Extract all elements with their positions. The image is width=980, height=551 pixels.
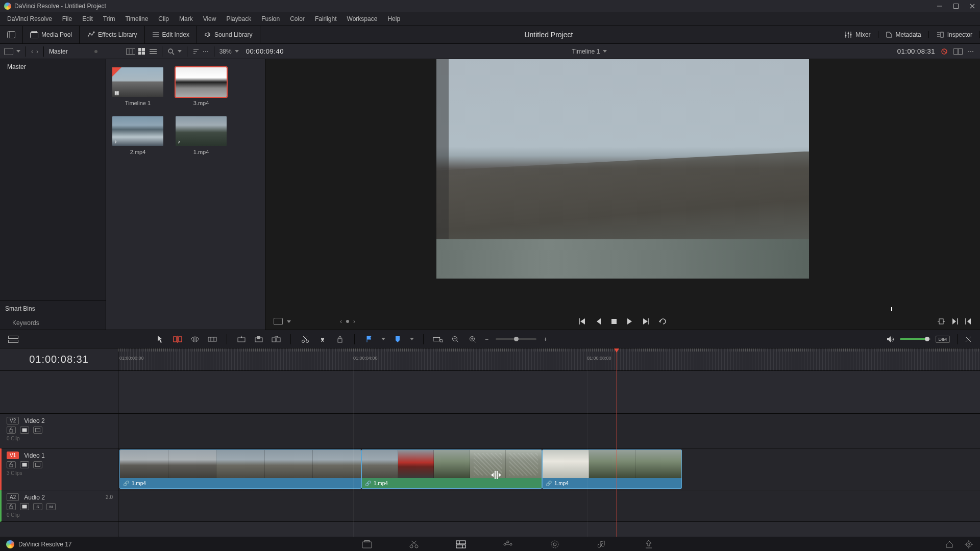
timeline-clip[interactable]: 🔗1.mp4 [119,449,361,489]
timeline-dropdown[interactable] [603,50,607,53]
mixer-button[interactable]: Mixer [844,31,870,38]
track-enable-v2[interactable] [20,427,29,434]
filmstrip-view[interactable] [126,48,135,55]
home-icon[interactable] [944,539,954,549]
blade-tool[interactable] [207,334,217,344]
menu-timeline[interactable]: Timeline [120,13,153,24]
menu-color[interactable]: Color [285,13,310,24]
menu-fusion[interactable]: Fusion [256,13,285,24]
media-item[interactable]: ▦Timeline 1 [112,67,163,106]
effects-library-button[interactable]: Effects Library [87,31,137,38]
media-item[interactable]: ♪2.mp4 [112,116,163,155]
marker-tool[interactable] [393,334,403,344]
timeline-clip[interactable]: 🔗1.mp4 [361,449,542,489]
track-head-v1[interactable]: V1 Video 1 3 Clips [0,448,118,490]
loop-button[interactable] [659,318,667,325]
more-icon[interactable]: ⋯ [203,48,209,55]
maximize-button[interactable] [952,3,960,10]
menu-workspace[interactable]: Workspace [342,13,383,24]
viewer-image[interactable] [436,59,809,279]
step-back[interactable] [596,318,602,325]
track-head-a2[interactable]: A2 Audio 2 2.0 S M 0 Clip [0,490,118,522]
zoom-percent[interactable]: 38% [219,48,232,55]
bypass-icon[interactable] [940,48,948,55]
media-pool-button[interactable]: Media Pool [30,31,72,38]
menu-help[interactable]: Help [382,13,405,24]
smart-bin-keywords[interactable]: Keywords [0,316,106,330]
play-button[interactable] [626,318,632,325]
menu-playback[interactable]: Playback [221,13,256,24]
fusion-page[interactable] [503,539,513,549]
chevron-down-icon[interactable] [16,50,20,53]
timeline-name[interactable]: Timeline 1 [572,48,600,55]
fairlight-page[interactable] [597,539,607,549]
media-item[interactable]: ♪1.mp4 [176,116,227,155]
prev-edit[interactable]: ‹ [340,318,342,325]
sort-icon[interactable] [192,48,200,55]
metadata-button[interactable]: Metadata [886,31,921,38]
dual-view-icon[interactable] [953,48,963,55]
expand-icon[interactable] [7,31,15,38]
record-timecode[interactable]: 01:00:08:31 [897,47,935,55]
track-enable-v1[interactable] [20,461,29,468]
mute-icon[interactable] [965,336,972,343]
media-page[interactable] [362,539,372,549]
go-to-start[interactable] [578,318,586,325]
volume-slider[interactable] [900,338,930,340]
timeline-timecode[interactable]: 01:00:08:31 [29,354,89,365]
go-to-end[interactable] [642,318,650,325]
volume-icon[interactable] [887,336,895,343]
zoom-in[interactable]: + [544,336,547,343]
viewer-mode-icon[interactable] [274,318,283,325]
search-icon[interactable] [167,48,175,55]
list-view[interactable] [150,49,157,54]
track-arm-a2[interactable] [20,503,29,510]
viewer-scrubber[interactable] [270,305,976,313]
sound-library-button[interactable]: Sound Library [204,31,253,38]
track-mute-a2[interactable]: M [46,503,56,510]
track-id-v1[interactable]: V1 [7,452,19,459]
nav-back[interactable]: ‹ [31,48,33,55]
color-page[interactable] [550,539,560,549]
lane-v1[interactable]: 🔗1.mp4🔗1.mp4🔗1.mp4 [118,448,980,490]
search-dropdown[interactable] [178,50,182,53]
zoom-in-search[interactable] [468,334,478,344]
bin-view-icon[interactable] [4,48,13,55]
insert-clip[interactable] [236,334,247,344]
deliver-page[interactable] [644,539,654,549]
track-head-v2[interactable]: V2 Video 2 0 Clip [0,414,118,448]
overwrite-clip[interactable] [254,334,264,344]
inspector-button[interactable]: Inspector [936,31,972,38]
menu-edit[interactable]: Edit [77,13,98,24]
viewer-mode-dropdown[interactable] [287,320,291,323]
replace-clip[interactable] [271,334,281,344]
timeline-view-options[interactable] [8,334,18,344]
zoom-dropdown[interactable] [235,50,239,53]
link-toggle[interactable] [317,334,328,344]
selection-tool[interactable] [155,334,165,344]
position-lock[interactable] [433,334,443,344]
track-lock-a2[interactable] [7,503,16,510]
lane-a2[interactable] [118,490,980,522]
edit-page[interactable] [456,539,466,549]
nav-fwd[interactable]: › [36,48,38,55]
track-id-a2[interactable]: A2 [7,493,19,501]
track-lock-v2[interactable] [7,427,16,434]
lock-toggle[interactable] [335,334,345,344]
trim-tool[interactable] [173,334,183,344]
cut-page[interactable] [409,539,419,549]
menu-mark[interactable]: Mark [174,13,198,24]
smart-bins-header[interactable]: Smart Bins [0,301,106,316]
menu-trim[interactable]: Trim [98,13,120,24]
flag-tool[interactable] [364,334,374,344]
lane-v2[interactable] [118,414,980,448]
track-solo-a2[interactable]: S [33,503,42,510]
dim-button[interactable]: DIM [936,336,950,343]
playhead[interactable] [617,348,617,537]
bin-master[interactable]: Master [0,59,106,74]
jump-next[interactable] [951,318,959,325]
menu-file[interactable]: File [57,13,77,24]
minimize-button[interactable] [936,3,943,10]
match-frame[interactable] [937,318,945,324]
close-button[interactable] [969,3,976,10]
